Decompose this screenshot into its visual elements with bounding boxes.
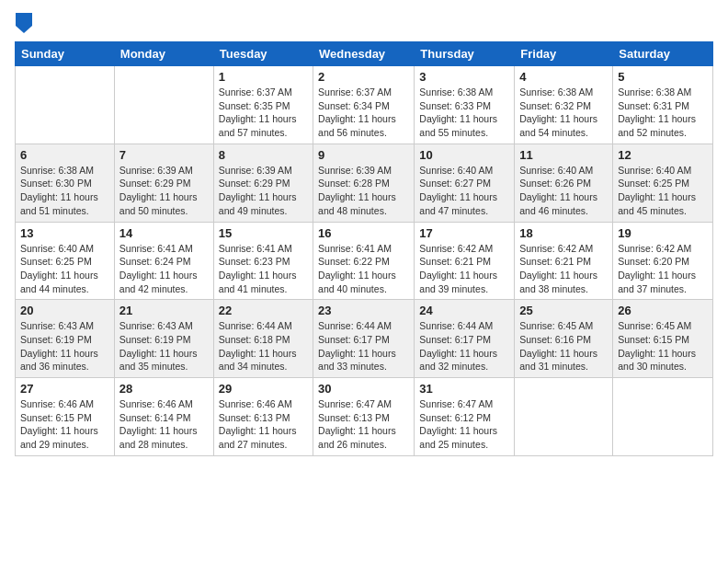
day-number: 25 — [519, 304, 608, 317]
calendar-cell: 14Sunrise: 6:41 AMSunset: 6:24 PMDayligh… — [114, 222, 213, 300]
day-detail: Sunrise: 6:40 AMSunset: 6:27 PMDaylight:… — [419, 164, 509, 218]
logo — [15, 13, 31, 36]
day-detail: Sunrise: 6:38 AMSunset: 6:33 PMDaylight:… — [419, 86, 509, 140]
day-number: 11 — [519, 148, 608, 162]
day-number: 29 — [219, 382, 308, 396]
day-number: 14 — [119, 226, 209, 240]
day-detail: Sunrise: 6:40 AMSunset: 6:26 PMDaylight:… — [519, 164, 608, 218]
day-detail: Sunrise: 6:39 AMSunset: 6:28 PMDaylight:… — [318, 164, 409, 218]
calendar-cell: 16Sunrise: 6:41 AMSunset: 6:22 PMDayligh… — [313, 222, 415, 300]
calendar-week-row: 20Sunrise: 6:43 AMSunset: 6:19 PMDayligh… — [16, 300, 713, 378]
col-header-tuesday: Tuesday — [213, 42, 313, 66]
calendar-cell: 1Sunrise: 6:37 AMSunset: 6:35 PMDaylight… — [213, 66, 313, 144]
day-detail: Sunrise: 6:42 AMSunset: 6:20 PMDaylight:… — [618, 242, 708, 296]
calendar-cell: 25Sunrise: 6:45 AMSunset: 6:16 PMDayligh… — [515, 300, 613, 378]
col-header-sunday: Sunday — [16, 42, 115, 66]
calendar-cell: 9Sunrise: 6:39 AMSunset: 6:28 PMDaylight… — [313, 144, 415, 222]
calendar-cell: 10Sunrise: 6:40 AMSunset: 6:27 PMDayligh… — [415, 144, 515, 222]
day-number: 1 — [219, 70, 308, 84]
calendar-cell: 22Sunrise: 6:44 AMSunset: 6:18 PMDayligh… — [213, 300, 313, 378]
header — [15, 9, 713, 36]
calendar-cell: 29Sunrise: 6:46 AMSunset: 6:13 PMDayligh… — [213, 378, 313, 456]
day-number: 8 — [219, 148, 308, 162]
day-detail: Sunrise: 6:46 AMSunset: 6:15 PMDaylight:… — [20, 397, 109, 452]
day-detail: Sunrise: 6:38 AMSunset: 6:32 PMDaylight:… — [519, 86, 608, 140]
calendar-cell — [16, 66, 115, 144]
day-number: 30 — [318, 382, 409, 396]
day-detail: Sunrise: 6:44 AMSunset: 6:18 PMDaylight:… — [219, 319, 308, 373]
day-number: 7 — [119, 148, 209, 162]
day-number: 9 — [318, 148, 409, 162]
day-number: 2 — [318, 70, 409, 84]
day-detail: Sunrise: 6:40 AMSunset: 6:25 PMDaylight:… — [618, 164, 708, 218]
day-number: 18 — [519, 226, 608, 240]
day-detail: Sunrise: 6:42 AMSunset: 6:21 PMDaylight:… — [419, 242, 509, 296]
day-detail: Sunrise: 6:38 AMSunset: 6:30 PMDaylight:… — [20, 164, 109, 218]
calendar-week-row: 6Sunrise: 6:38 AMSunset: 6:30 PMDaylight… — [16, 144, 713, 222]
calendar-cell: 19Sunrise: 6:42 AMSunset: 6:20 PMDayligh… — [613, 222, 713, 300]
calendar-cell: 2Sunrise: 6:37 AMSunset: 6:34 PMDaylight… — [313, 66, 415, 144]
day-detail: Sunrise: 6:37 AMSunset: 6:35 PMDaylight:… — [219, 86, 308, 140]
calendar-cell: 11Sunrise: 6:40 AMSunset: 6:26 PMDayligh… — [515, 144, 613, 222]
day-detail: Sunrise: 6:39 AMSunset: 6:29 PMDaylight:… — [219, 164, 308, 218]
col-header-monday: Monday — [114, 42, 213, 66]
day-detail: Sunrise: 6:43 AMSunset: 6:19 PMDaylight:… — [119, 319, 209, 373]
day-number: 23 — [318, 304, 409, 317]
calendar-header-row: SundayMondayTuesdayWednesdayThursdayFrid… — [16, 42, 713, 66]
calendar-cell: 6Sunrise: 6:38 AMSunset: 6:30 PMDaylight… — [16, 144, 115, 222]
day-detail: Sunrise: 6:41 AMSunset: 6:23 PMDaylight:… — [219, 242, 308, 296]
calendar-cell: 18Sunrise: 6:42 AMSunset: 6:21 PMDayligh… — [515, 222, 613, 300]
day-detail: Sunrise: 6:38 AMSunset: 6:31 PMDaylight:… — [618, 86, 708, 140]
day-number: 15 — [219, 226, 308, 240]
calendar-cell: 8Sunrise: 6:39 AMSunset: 6:29 PMDaylight… — [213, 144, 313, 222]
col-header-thursday: Thursday — [415, 42, 515, 66]
day-detail: Sunrise: 6:43 AMSunset: 6:19 PMDaylight:… — [20, 319, 109, 373]
calendar-cell: 17Sunrise: 6:42 AMSunset: 6:21 PMDayligh… — [415, 222, 515, 300]
day-number: 5 — [618, 70, 708, 84]
day-number: 20 — [20, 304, 109, 317]
calendar-week-row: 27Sunrise: 6:46 AMSunset: 6:15 PMDayligh… — [16, 378, 713, 456]
day-detail: Sunrise: 6:47 AMSunset: 6:13 PMDaylight:… — [318, 397, 409, 452]
calendar-cell: 27Sunrise: 6:46 AMSunset: 6:15 PMDayligh… — [16, 378, 115, 456]
svg-marker-0 — [16, 13, 32, 33]
day-detail: Sunrise: 6:39 AMSunset: 6:29 PMDaylight:… — [119, 164, 209, 218]
day-number: 4 — [519, 70, 608, 84]
day-detail: Sunrise: 6:45 AMSunset: 6:16 PMDaylight:… — [519, 319, 608, 373]
day-number: 12 — [618, 148, 708, 162]
day-number: 10 — [419, 148, 509, 162]
calendar-week-row: 1Sunrise: 6:37 AMSunset: 6:35 PMDaylight… — [16, 66, 713, 144]
calendar-cell: 5Sunrise: 6:38 AMSunset: 6:31 PMDaylight… — [613, 66, 713, 144]
day-number: 19 — [618, 226, 708, 240]
col-header-wednesday: Wednesday — [313, 42, 415, 66]
day-detail: Sunrise: 6:46 AMSunset: 6:13 PMDaylight:… — [219, 397, 308, 452]
day-detail: Sunrise: 6:41 AMSunset: 6:24 PMDaylight:… — [119, 242, 209, 296]
day-number: 21 — [119, 304, 209, 317]
day-number: 24 — [419, 304, 509, 317]
calendar-cell: 13Sunrise: 6:40 AMSunset: 6:25 PMDayligh… — [16, 222, 115, 300]
calendar-cell: 24Sunrise: 6:44 AMSunset: 6:17 PMDayligh… — [415, 300, 515, 378]
day-number: 22 — [219, 304, 308, 317]
day-detail: Sunrise: 6:47 AMSunset: 6:12 PMDaylight:… — [419, 397, 509, 452]
calendar-cell — [613, 378, 713, 456]
day-detail: Sunrise: 6:45 AMSunset: 6:15 PMDaylight:… — [618, 319, 708, 373]
col-header-saturday: Saturday — [613, 42, 713, 66]
calendar-cell: 21Sunrise: 6:43 AMSunset: 6:19 PMDayligh… — [114, 300, 213, 378]
calendar-cell — [114, 66, 213, 144]
calendar-cell: 4Sunrise: 6:38 AMSunset: 6:32 PMDaylight… — [515, 66, 613, 144]
day-number: 16 — [318, 226, 409, 240]
calendar-cell: 15Sunrise: 6:41 AMSunset: 6:23 PMDayligh… — [213, 222, 313, 300]
calendar-cell: 31Sunrise: 6:47 AMSunset: 6:12 PMDayligh… — [415, 378, 515, 456]
day-number: 13 — [20, 226, 109, 240]
day-number: 6 — [20, 148, 109, 162]
day-detail: Sunrise: 6:44 AMSunset: 6:17 PMDaylight:… — [318, 319, 409, 373]
calendar-cell: 7Sunrise: 6:39 AMSunset: 6:29 PMDaylight… — [114, 144, 213, 222]
calendar-cell: 12Sunrise: 6:40 AMSunset: 6:25 PMDayligh… — [613, 144, 713, 222]
calendar-cell — [515, 378, 613, 456]
day-detail: Sunrise: 6:41 AMSunset: 6:22 PMDaylight:… — [318, 242, 409, 296]
day-detail: Sunrise: 6:44 AMSunset: 6:17 PMDaylight:… — [419, 319, 509, 373]
logo-icon — [16, 13, 32, 33]
calendar-cell: 20Sunrise: 6:43 AMSunset: 6:19 PMDayligh… — [16, 300, 115, 378]
day-number: 28 — [119, 382, 209, 396]
col-header-friday: Friday — [515, 42, 613, 66]
day-number: 3 — [419, 70, 509, 84]
